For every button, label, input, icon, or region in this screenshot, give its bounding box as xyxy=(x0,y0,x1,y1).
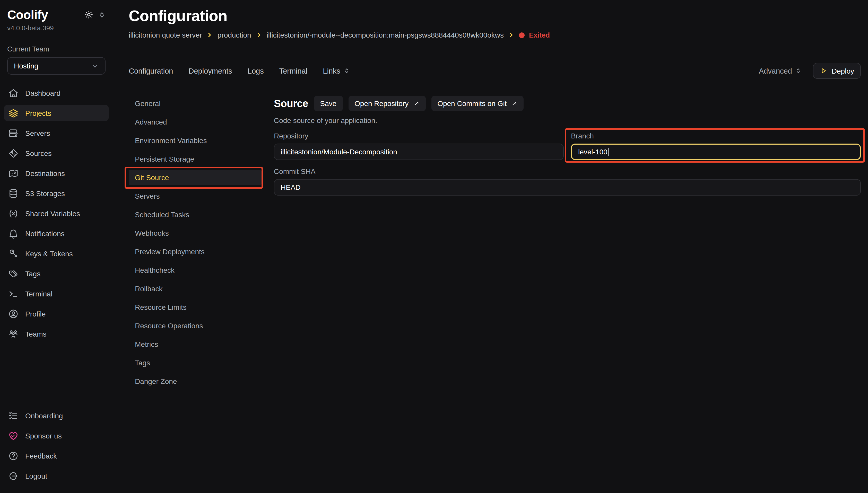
subnav-item-preview-deployments[interactable]: Preview Deployments xyxy=(129,244,261,259)
sidebar-item-label: Notifications xyxy=(25,229,65,237)
tab-logs[interactable]: Logs xyxy=(248,67,264,75)
sidebar-item-sources[interactable]: Sources xyxy=(4,145,109,161)
subnav-item-servers[interactable]: Servers xyxy=(129,188,261,204)
tab-links[interactable]: Links xyxy=(323,67,350,75)
sidebar-item-keys-tokens[interactable]: Keys & Tokens xyxy=(4,245,109,261)
database-icon xyxy=(8,188,19,198)
chevron-right-icon xyxy=(207,32,213,38)
tab-configuration[interactable]: Configuration xyxy=(129,67,173,75)
status-text: Exited xyxy=(529,31,550,39)
commit-sha-value: HEAD xyxy=(280,183,301,191)
status-dot-icon xyxy=(519,32,525,38)
sidebar-item-destinations[interactable]: Destinations xyxy=(4,165,109,181)
sidebar-item-label: Tags xyxy=(25,270,40,278)
key-icon xyxy=(8,248,19,259)
sidebar: Coolify v4.0.0-beta.399 Current Team Hos… xyxy=(0,0,113,493)
open-repository-label: Open Repository xyxy=(355,99,408,108)
sidebar-item-label: Projects xyxy=(25,109,51,117)
sidebar-item-label: Profile xyxy=(25,309,46,318)
user-icon xyxy=(8,308,19,319)
subnav-item-persistent-storage[interactable]: Persistent Storage xyxy=(129,151,261,167)
layers-icon xyxy=(8,108,19,118)
subnav-item-general[interactable]: General xyxy=(129,96,261,111)
home-icon xyxy=(8,88,19,98)
subnav-item-git-source[interactable]: Git Source xyxy=(129,170,261,185)
heart-hands-icon xyxy=(8,430,19,441)
sidebar-item-feedback[interactable]: Feedback xyxy=(4,448,109,464)
save-button[interactable]: Save xyxy=(314,96,343,111)
tab-deployments[interactable]: Deployments xyxy=(189,67,232,75)
sidebar-item-sponsor-us[interactable]: Sponsor us xyxy=(4,428,109,444)
sidebar-item-tags[interactable]: Tags xyxy=(4,265,109,281)
team-select[interactable]: Hosting xyxy=(7,57,106,74)
sidebar-item-logout[interactable]: Logout xyxy=(4,468,109,484)
app-root: Coolify v4.0.0-beta.399 Current Team Hos… xyxy=(0,0,868,493)
commit-sha-input[interactable]: HEAD xyxy=(274,179,861,196)
breadcrumb-environment[interactable]: production xyxy=(217,31,251,39)
tag-icon xyxy=(8,269,19,279)
sidebar-item-label: Feedback xyxy=(25,452,57,460)
subnav-item-danger-zone[interactable]: Danger Zone xyxy=(129,373,261,389)
sidebar-item-projects[interactable]: Projects xyxy=(4,105,109,121)
tab-terminal[interactable]: Terminal xyxy=(279,67,308,75)
sidebar-item-label: Keys & Tokens xyxy=(25,249,73,258)
subnav-item-resource-limits[interactable]: Resource Limits xyxy=(129,300,261,315)
chevron-right-icon xyxy=(256,32,262,38)
deploy-label: Deploy xyxy=(832,67,854,75)
branch-input[interactable]: level-100 xyxy=(571,144,861,160)
sidebar-collapse-icon[interactable] xyxy=(98,11,106,18)
sidebar-item-profile[interactable]: Profile xyxy=(4,306,109,322)
subnav-item-resource-operations[interactable]: Resource Operations xyxy=(129,318,261,334)
git-source-icon xyxy=(8,148,19,158)
logout-icon xyxy=(8,471,19,481)
open-commits-button[interactable]: Open Commits on Git xyxy=(431,96,524,111)
breadcrumb-project[interactable]: illicitonion quote server xyxy=(129,31,202,39)
commit-sha-label: Commit SHA xyxy=(274,167,861,175)
server-icon xyxy=(8,128,19,138)
source-description: Code source of your application. xyxy=(274,116,861,125)
sidebar-item-notifications[interactable]: Notifications xyxy=(4,226,109,241)
sidebar-item-shared-variables[interactable]: Shared Variables xyxy=(4,205,109,221)
deploy-button[interactable]: Deploy xyxy=(813,63,861,79)
sidebar-item-teams[interactable]: Teams xyxy=(4,326,109,342)
subnav-item-webhooks[interactable]: Webhooks xyxy=(129,226,261,241)
external-link-icon xyxy=(511,100,517,107)
sidebar-item-terminal[interactable]: Terminal xyxy=(4,286,109,302)
open-commits-label: Open Commits on Git xyxy=(437,99,507,108)
question-circle-icon xyxy=(8,451,19,461)
advanced-label: Advanced xyxy=(759,67,792,75)
breadcrumb: illicitonion quote server production ill… xyxy=(129,31,861,39)
tab-bar: Configuration Deployments Logs Terminal … xyxy=(129,60,861,82)
sidebar-item-label: Teams xyxy=(25,329,46,338)
map-icon xyxy=(8,168,19,178)
sidebar-item-dashboard[interactable]: Dashboard xyxy=(4,85,109,101)
sidebar-item-servers[interactable]: Servers xyxy=(4,125,109,141)
sidebar-item-label: Shared Variables xyxy=(25,209,80,217)
sidebar-item-label: Logout xyxy=(25,472,47,480)
users-icon xyxy=(8,328,19,339)
breadcrumb-resource[interactable]: illicitestonion/-module--decomposition:m… xyxy=(267,31,504,39)
subnav-item-metrics[interactable]: Metrics xyxy=(129,337,261,352)
advanced-menu[interactable]: Advanced xyxy=(759,67,802,75)
source-panel: Source Save Open Repository Open Commits… xyxy=(274,96,861,392)
checklist-icon xyxy=(8,410,19,421)
sidebar-item-label: Sources xyxy=(25,149,52,157)
subnav-item-scheduled-tasks[interactable]: Scheduled Tasks xyxy=(129,207,261,222)
repository-input[interactable]: illicitestonion/Module-Decomposition xyxy=(274,144,564,160)
theme-toggle-sun-icon[interactable] xyxy=(84,10,93,19)
subnav-item-advanced[interactable]: Advanced xyxy=(129,114,261,130)
open-repository-button[interactable]: Open Repository xyxy=(348,96,425,111)
tab-links-label: Links xyxy=(323,67,340,75)
subnav-item-healthcheck[interactable]: Healthcheck xyxy=(129,262,261,278)
sidebar-item-s3-storages[interactable]: S3 Storages xyxy=(4,185,109,201)
subnav-item-rollback[interactable]: Rollback xyxy=(129,281,261,296)
status-badge: Exited xyxy=(519,31,550,39)
subnav-item-environment-variables[interactable]: Environment Variables xyxy=(129,133,261,148)
sidebar-footer: Onboarding Sponsor us Feedback Logout xyxy=(7,408,106,488)
sidebar-item-onboarding[interactable]: Onboarding xyxy=(4,408,109,424)
sidebar-item-label: Dashboard xyxy=(25,89,61,97)
repository-label: Repository xyxy=(274,132,564,140)
subnav-item-tags[interactable]: Tags xyxy=(129,355,261,370)
chevron-down-icon xyxy=(91,62,99,70)
brand-logo: Coolify xyxy=(7,8,48,22)
